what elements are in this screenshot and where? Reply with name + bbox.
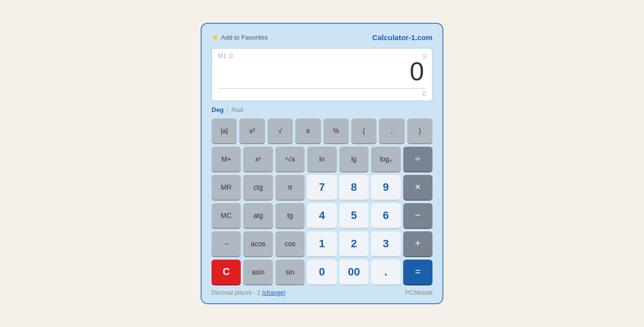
btn-sin[interactable]: sin: [275, 260, 305, 285]
btn-four[interactable]: 4: [307, 203, 336, 229]
memory-label: M1: 0: [218, 53, 233, 59]
btn-divide[interactable]: ÷: [403, 147, 432, 172]
btn-arrow[interactable]: →: [212, 231, 241, 257]
platform-label: PC/Mobile: [405, 289, 432, 296]
btn-clear[interactable]: C: [212, 260, 241, 285]
btn-power[interactable]: xʸ: [243, 147, 272, 172]
btn-add[interactable]: +: [403, 231, 432, 257]
mode-rad[interactable]: Rad: [231, 106, 243, 113]
decimal-label: Decimal places - 2: [212, 289, 261, 296]
btn-one[interactable]: 1: [307, 231, 336, 257]
btn-two[interactable]: 2: [339, 231, 369, 257]
btn-acos[interactable]: acos: [243, 231, 272, 257]
btn-multiply[interactable]: ×: [403, 175, 432, 201]
btn-six[interactable]: 6: [371, 203, 400, 229]
mode-deg[interactable]: Deg: [212, 106, 224, 113]
btn-comma[interactable]: ,: [379, 118, 404, 144]
btn-open-paren[interactable]: (: [351, 118, 376, 144]
display-area: M1: 0 ⎘ 0 0: [212, 48, 432, 101]
btn-three[interactable]: 3: [371, 231, 400, 257]
button-row-4: →acoscos123+: [212, 231, 432, 257]
btn-seven[interactable]: 7: [307, 175, 336, 201]
btn-asin[interactable]: asin: [243, 260, 272, 285]
btn-decimal[interactable]: .: [371, 260, 400, 285]
btn-zero[interactable]: 0: [307, 260, 336, 285]
main-display: 0: [218, 57, 426, 86]
add-favorites-label: Add to Favorites: [221, 34, 268, 41]
add-favorites-link[interactable]: ★ Add to Favorites: [212, 33, 268, 42]
btn-ctg[interactable]: ctg: [243, 175, 272, 201]
button-row-0: |a|x²√e%(,): [212, 118, 432, 144]
calculator: ★ Add to Favorites Calculator-1.com M1: …: [201, 23, 443, 304]
mode-separator: |: [227, 106, 228, 113]
btn-close-paren[interactable]: ): [407, 118, 432, 144]
btn-pi[interactable]: π: [275, 175, 305, 201]
header: ★ Add to Favorites Calculator-1.com: [212, 33, 432, 42]
btn-lg[interactable]: lg: [339, 147, 369, 172]
btn-sqrt[interactable]: √: [268, 118, 293, 144]
button-row-2: MRctgπ789×: [212, 175, 432, 201]
btn-tg[interactable]: tg: [275, 203, 305, 229]
btn-percent[interactable]: %: [323, 118, 349, 144]
buttons-grid: |a|x²√e%(,)M+xʸʸ√xlnlglogᵧ÷MRctgπ789×MCa…: [212, 118, 432, 285]
btn-eight[interactable]: 8: [339, 175, 369, 201]
mode-row: Deg | Rad: [212, 106, 432, 113]
footer: Decimal places - 2 (change) PC/Mobile: [212, 289, 432, 296]
secondary-display: 0: [218, 91, 426, 98]
btn-equals[interactable]: =: [403, 260, 432, 285]
btn-nine[interactable]: 9: [371, 175, 400, 201]
btn-double-zero[interactable]: 00: [339, 260, 369, 285]
footer-decimal: Decimal places - 2 (change): [212, 289, 285, 296]
btn-square[interactable]: x²: [239, 118, 265, 144]
btn-memory-clear[interactable]: MC: [212, 203, 241, 229]
btn-atg[interactable]: atg: [243, 203, 272, 229]
clipboard-icon[interactable]: ⎘: [423, 53, 427, 60]
btn-cos[interactable]: cos: [275, 231, 305, 257]
btn-logy[interactable]: logᵧ: [371, 147, 400, 172]
button-row-1: M+xʸʸ√xlnlglogᵧ÷: [212, 147, 432, 172]
btn-memory-plus[interactable]: M+: [212, 147, 241, 172]
btn-euler[interactable]: e: [295, 118, 321, 144]
change-decimal-link[interactable]: (change): [262, 289, 285, 296]
btn-memory-recall[interactable]: MR: [212, 175, 241, 201]
btn-abs[interactable]: |a|: [212, 118, 237, 144]
btn-subtract[interactable]: −: [403, 203, 432, 229]
star-icon: ★: [212, 33, 218, 42]
site-title: Calculator-1.com: [372, 33, 432, 42]
btn-five[interactable]: 5: [339, 203, 369, 229]
button-row-5: Casinsin000.=: [212, 260, 432, 285]
btn-ln[interactable]: ln: [307, 147, 336, 172]
btn-yroot[interactable]: ʸ√x: [275, 147, 305, 172]
display-divider: [218, 88, 426, 89]
button-row-3: MCatgtg456−: [212, 203, 432, 229]
